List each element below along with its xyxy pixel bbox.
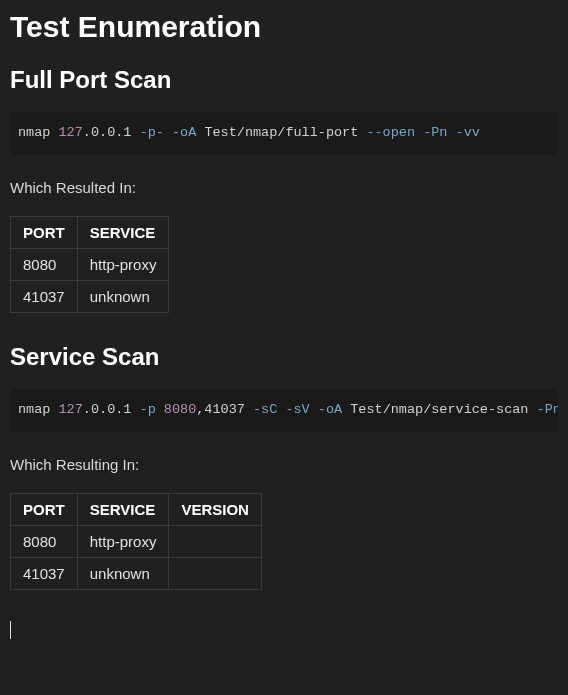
table-row: 41037 unknown	[11, 557, 262, 589]
code-token: nmap	[18, 402, 59, 417]
code-token: -Pn	[423, 125, 447, 140]
col-port: PORT	[11, 216, 78, 248]
cell-port: 8080	[11, 525, 78, 557]
cell-service: http-proxy	[77, 525, 169, 557]
code-token: -Pn	[537, 402, 558, 417]
code-token: --open	[366, 125, 415, 140]
code-token: -oA	[318, 402, 342, 417]
code-token	[447, 125, 455, 140]
section-heading: Service Scan	[10, 343, 558, 371]
cell-service: unknown	[77, 557, 169, 589]
cell-version	[169, 525, 262, 557]
result-table-service-scan: PORT SERVICE VERSION 8080 http-proxy 410…	[10, 493, 262, 590]
code-token: nmap	[18, 125, 59, 140]
col-service: SERVICE	[77, 493, 169, 525]
code-token: -oA	[172, 125, 196, 140]
section-full-port-scan: Full Port Scan nmap 127.0.0.1 -p- -oA Te…	[10, 66, 558, 313]
code-block-service-scan[interactable]: nmap 127.0.0.1 -p 8080,41037 -sC -sV -oA…	[10, 389, 558, 432]
code-token	[310, 402, 318, 417]
section-service-scan: Service Scan nmap 127.0.0.1 -p 8080,4103…	[10, 343, 558, 590]
table-header-row: PORT SERVICE VERSION	[11, 493, 262, 525]
code-token: 127	[59, 402, 83, 417]
col-version: VERSION	[169, 493, 262, 525]
code-token: 8080	[164, 402, 196, 417]
code-token	[156, 402, 164, 417]
document-page: Test Enumeration Full Port Scan nmap 127…	[0, 0, 568, 659]
text-cursor	[10, 621, 11, 639]
cell-port: 8080	[11, 248, 78, 280]
cell-service: unknown	[77, 280, 169, 312]
code-token: -vv	[456, 125, 480, 140]
code-token: -p-	[140, 125, 164, 140]
result-table-full-port: PORT SERVICE 8080 http-proxy 41037 unkno…	[10, 216, 169, 313]
code-block-full-port[interactable]: nmap 127.0.0.1 -p- -oA Test/nmap/full-po…	[10, 112, 558, 155]
code-token: 127	[59, 125, 83, 140]
table-row: 41037 unknown	[11, 280, 169, 312]
col-port: PORT	[11, 493, 78, 525]
code-token: -p	[140, 402, 156, 417]
cell-port: 41037	[11, 557, 78, 589]
code-token	[415, 125, 423, 140]
code-token: -sC	[253, 402, 277, 417]
table-row: 8080 http-proxy	[11, 525, 262, 557]
page-title: Test Enumeration	[10, 10, 558, 44]
cell-port: 41037	[11, 280, 78, 312]
code-token: .0.0.1	[83, 402, 140, 417]
result-note: Which Resulted In:	[10, 179, 558, 196]
code-token: ,41037	[196, 402, 253, 417]
col-service: SERVICE	[77, 216, 169, 248]
code-token: .0.0.1	[83, 125, 140, 140]
code-token	[164, 125, 172, 140]
result-note: Which Resulting In:	[10, 456, 558, 473]
cell-service: http-proxy	[77, 248, 169, 280]
code-token: Test/nmap/full-port	[196, 125, 366, 140]
code-token: Test/nmap/service-scan	[342, 402, 536, 417]
cell-version	[169, 557, 262, 589]
table-header-row: PORT SERVICE	[11, 216, 169, 248]
code-token: -sV	[285, 402, 309, 417]
section-heading: Full Port Scan	[10, 66, 558, 94]
table-row: 8080 http-proxy	[11, 248, 169, 280]
